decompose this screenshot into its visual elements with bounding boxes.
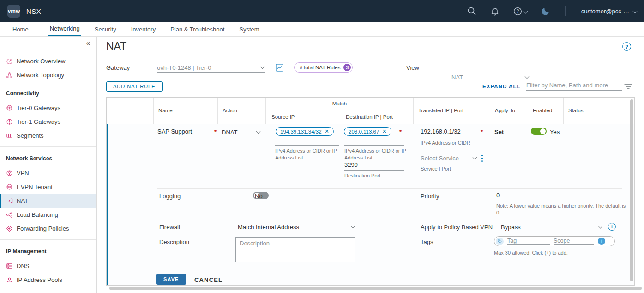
- vpn-icon: [6, 170, 13, 177]
- description-textarea[interactable]: [235, 237, 355, 262]
- view-select[interactable]: NAT: [451, 73, 530, 82]
- chevron-down-icon: [598, 224, 603, 229]
- sidebar-item-tier1-gateways[interactable]: Tier-1 Gateways: [0, 115, 96, 128]
- tab-networking[interactable]: Networking: [48, 22, 81, 36]
- search-icon[interactable]: [467, 6, 476, 16]
- view-label: View: [406, 64, 419, 71]
- page-title: NAT: [106, 40, 126, 53]
- load-balancing-icon: [6, 211, 13, 218]
- sidebar-item-nat[interactable]: NAT: [0, 194, 96, 208]
- nat-rule-edit-row: * DNAT 194.39.131.34/32 ✕ IPv4 Address o…: [107, 124, 634, 285]
- firewall-select[interactable]: Match Internal Address: [238, 222, 356, 232]
- rule-name-input[interactable]: [157, 128, 213, 137]
- page-help-icon[interactable]: ?: [622, 42, 631, 51]
- enabled-value: Yes: [550, 128, 560, 135]
- logging-value: No: [255, 193, 263, 200]
- translated-ip-helper: IPv4 Address or CIDR: [421, 140, 470, 146]
- table-header-row: Name Action Match Source IP Destination …: [107, 98, 634, 124]
- policy-vpn-info-icon[interactable]: i: [608, 223, 616, 231]
- sidebar-item-dns[interactable]: DNS: [0, 259, 96, 273]
- topbar-divider: [565, 6, 566, 16]
- tab-security[interactable]: Security: [93, 22, 118, 36]
- product-name: NSX: [26, 7, 41, 15]
- add-nat-rule-button[interactable]: ADD NAT RULE: [106, 81, 163, 92]
- tier0-gateway-icon: [6, 104, 13, 111]
- notifications-bell-icon[interactable]: [490, 6, 500, 16]
- tab-inventory[interactable]: Inventory: [130, 22, 157, 36]
- total-nat-rules-badge: #Total NAT Rules 3: [294, 62, 353, 73]
- translated-ip-input[interactable]: [421, 128, 479, 137]
- chip-remove-icon[interactable]: ✕: [382, 128, 386, 134]
- filter-input[interactable]: [526, 81, 622, 91]
- policy-vpn-value: Bypass: [501, 224, 521, 231]
- table-header-status: Status: [563, 98, 634, 124]
- priority-input[interactable]: [496, 191, 615, 201]
- sidebar-item-tier0-gateways[interactable]: Tier-0 Gateways: [0, 101, 96, 115]
- apply-to-set-link[interactable]: Set: [494, 128, 504, 135]
- user-label: customer@pcc-…: [581, 8, 629, 15]
- vertical-scrollbar[interactable]: [630, 99, 633, 281]
- table-header-apply-to: Apply To: [490, 98, 528, 124]
- evpn-tenant-icon: [6, 183, 13, 190]
- add-tag-plus-icon[interactable]: +: [598, 238, 605, 245]
- ip-address-pools-icon: [6, 276, 13, 283]
- destination-port-input[interactable]: [344, 161, 404, 171]
- tier1-gateway-icon: [6, 118, 13, 125]
- sidebar-item-ip-address-pools[interactable]: IP Address Pools: [0, 273, 96, 287]
- main-content: NAT ? Gateway ovh-T0-1248 | Tier-0 #Tota…: [97, 37, 644, 293]
- sidebar-item-network-overview[interactable]: Network Overview: [0, 54, 96, 68]
- policy-vpn-select[interactable]: Bypass: [501, 222, 603, 232]
- service-menu-kebab-icon[interactable]: [481, 155, 483, 162]
- cancel-button[interactable]: CANCEL: [194, 276, 223, 283]
- dark-mode-moon-icon[interactable]: [541, 6, 550, 16]
- filter-icon[interactable]: [624, 83, 632, 92]
- sidebar-section-header: Connectivity: [0, 85, 96, 101]
- tab-plan-troubleshoot[interactable]: Plan & Troubleshoot: [169, 22, 226, 36]
- top-bar: vmw NSX ? customer@pcc-…: [0, 0, 644, 22]
- help-menu-icon[interactable]: ?: [513, 6, 527, 16]
- sidebar-item-segments[interactable]: Segments: [0, 128, 96, 142]
- user-menu[interactable]: customer@pcc-…: [581, 8, 637, 15]
- service-select[interactable]: Select Service: [421, 153, 478, 163]
- service-placeholder: Select Service: [421, 155, 459, 162]
- table-header-translated: Translated IP | Port: [413, 98, 490, 124]
- expand-all-button[interactable]: EXPAND ALL: [482, 84, 521, 89]
- scope-input[interactable]: [554, 238, 594, 245]
- destination-ip-chip[interactable]: 203.0.113.67 ✕: [344, 127, 391, 136]
- table-header-source-ip: Source IP: [266, 110, 340, 124]
- description-label: Description: [159, 238, 189, 245]
- tags-helper: Max 30 allowed. Click (+) to add.: [494, 250, 568, 256]
- source-ip-chip[interactable]: 194.39.131.34/32 ✕: [276, 127, 334, 136]
- sidebar-item-load-balancing[interactable]: Load Balancing: [0, 208, 96, 221]
- badge-count: 3: [343, 64, 351, 71]
- tag-input[interactable]: [507, 238, 550, 245]
- sidebar-item-vpn[interactable]: VPN: [0, 166, 96, 180]
- nat-stats-chart-icon[interactable]: [276, 64, 283, 73]
- tab-system[interactable]: System: [238, 22, 260, 36]
- primary-nav: Home Networking Security Inventory Plan …: [0, 22, 644, 37]
- sidebar-item-evpn-tenant[interactable]: EVPN Tenant: [0, 180, 96, 194]
- save-button[interactable]: SAVE: [156, 274, 186, 285]
- gateway-select[interactable]: ovh-T0-1248 | Tier-0: [157, 63, 265, 73]
- destination-ip-underline: [344, 145, 404, 146]
- action-value: DNAT: [222, 129, 237, 136]
- sidebar-group-overview: Network Overview Network Topology: [0, 51, 96, 82]
- dns-icon: [6, 262, 13, 269]
- tags-label: Tags: [421, 238, 433, 245]
- sidebar-item-network-topology[interactable]: Network Topology: [0, 68, 96, 82]
- sidebar-divider: [0, 291, 96, 291]
- segments-icon: [6, 132, 13, 139]
- sidebar-group-connectivity: Connectivity Tier-0 Gateways Tier-1 Gate…: [0, 82, 96, 147]
- topology-icon: [6, 72, 13, 79]
- chevron-down-icon: [473, 155, 477, 160]
- tab-home[interactable]: Home: [11, 22, 30, 36]
- table-header-match: Match: [271, 98, 409, 110]
- collapse-sidebar-icon[interactable]: «: [86, 39, 90, 47]
- sidebar-item-forwarding-policies[interactable]: Forwarding Policies: [0, 221, 96, 235]
- horizontal-scrollbar[interactable]: [109, 287, 642, 290]
- destination-port-helper: Destination Port: [344, 172, 380, 179]
- enabled-toggle[interactable]: [531, 128, 547, 135]
- chip-remove-icon[interactable]: ✕: [325, 128, 329, 134]
- action-select[interactable]: DNAT: [222, 128, 261, 137]
- form-divider: [157, 188, 622, 189]
